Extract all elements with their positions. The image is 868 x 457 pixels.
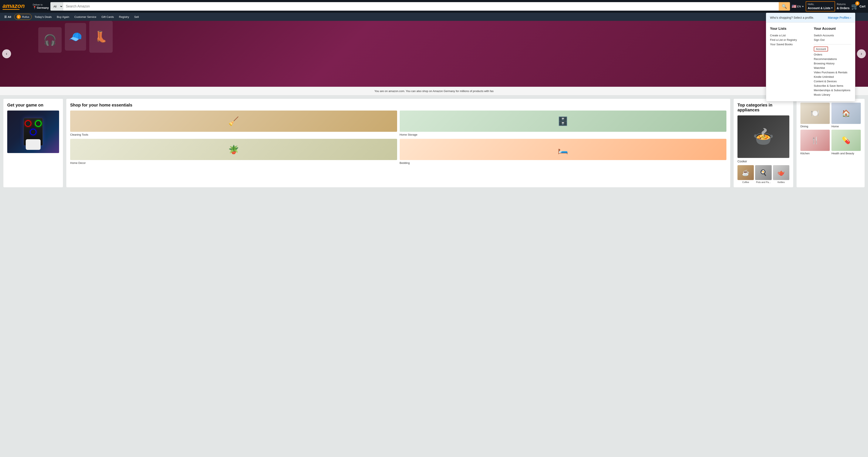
cleaning-tools-item[interactable]: 🧹 Cleaning Tools	[70, 111, 397, 136]
main-content: Get your game on Shop for your home esse…	[0, 95, 868, 191]
notice-text: You are on amazon.com. You can also shop…	[374, 90, 493, 93]
coffee-item[interactable]: ☕ Coffee	[738, 165, 754, 183]
navbar: ☰ All ● Rufus Today's Deals Buy Again Cu…	[0, 13, 868, 21]
health-label: Health and Beauty	[831, 152, 861, 155]
browsing-history-link[interactable]: Browsing History	[814, 61, 851, 66]
cleaning-tools-label: Cleaning Tools	[70, 133, 397, 136]
your-account-column: Your Account Switch Accounts Sign Out Ac…	[814, 27, 851, 97]
account-hello: Hello,	[808, 3, 833, 6]
right-cards: 🍽️ Dining 🏠 Home 🍴 Kitchen 💊 Health and …	[797, 99, 865, 187]
bedding-image: 🛏️	[400, 139, 726, 160]
home2-image: 🏠	[831, 103, 861, 124]
your-lists-title: Your Lists	[770, 27, 807, 31]
kettles-item[interactable]: 🫖 Kettles	[773, 165, 789, 183]
account-main-label: Account & Lists	[808, 6, 831, 10]
nav-buy-again[interactable]: Buy Again	[55, 14, 71, 19]
sign-out-link[interactable]: Sign Out	[814, 38, 851, 42]
watchlist-link[interactable]: Watchlist	[814, 66, 851, 70]
kitchen-item[interactable]: 🍴 Kitchen	[800, 130, 830, 155]
hero-next-button[interactable]: ›	[857, 49, 866, 58]
health-image: 💊	[831, 130, 861, 151]
home2-item[interactable]: 🏠 Home	[831, 103, 861, 128]
manage-profiles-arrow-icon: ›	[850, 16, 851, 19]
logo-underline	[3, 9, 20, 10]
nav-sell[interactable]: Sell	[132, 14, 141, 19]
dining-item[interactable]: 🍽️ Dining	[800, 103, 830, 128]
account-lists-button[interactable]: Hello, Account & Lists ▼	[806, 1, 835, 11]
search-category-select[interactable]: All	[51, 2, 63, 11]
pots-item[interactable]: 🍳 Pots and Pa...	[755, 165, 772, 183]
dropdown-body: Your Lists Create a List Find a List or …	[766, 23, 855, 101]
account-dropdown: Who's shopping? Select a profile. Manage…	[766, 13, 855, 101]
right-grid: 🍽️ Dining 🏠 Home 🍴 Kitchen 💊 Health and …	[800, 103, 861, 155]
hero-prev-button[interactable]: ‹	[2, 49, 11, 58]
bedding-label: Bedding	[400, 161, 726, 164]
nav-registry[interactable]: Registry	[117, 14, 131, 19]
kettles-image: 🫖	[773, 165, 789, 180]
rufus-button[interactable]: ● Rufus	[14, 14, 32, 20]
music-library-link[interactable]: Music Library	[814, 92, 851, 97]
home-storage-item[interactable]: 🗄️ Home Storage	[400, 111, 726, 136]
your-account-title: Your Account	[814, 27, 851, 31]
recommendations-link[interactable]: Recommendations	[814, 57, 851, 61]
home-decor-item[interactable]: 🪴 Home Decor	[70, 139, 397, 164]
flag-icon: 🇺🇸	[792, 4, 796, 9]
top-categories-card: Top categories in appliances 🍲 Cooker ☕ …	[734, 99, 793, 187]
cart-label: Cart	[860, 5, 865, 8]
right-column: 🍽️ Dining 🏠 Home 🍴 Kitchen 💊 Health and …	[797, 99, 865, 187]
returns-orders-button[interactable]: Returns & Orders	[837, 3, 849, 10]
fan3-icon	[30, 129, 36, 135]
orders-link[interactable]: Orders	[814, 52, 851, 57]
nav-today-deals[interactable]: Today's Deals	[33, 14, 54, 19]
language-selector[interactable]: 🇺🇸 EN ▼	[792, 4, 804, 9]
saved-books-link[interactable]: Your Saved Books	[770, 42, 807, 47]
home-decor-label: Home Decor	[70, 161, 397, 164]
find-list-link[interactable]: Find a List or Registry	[770, 38, 807, 42]
manage-profiles-link[interactable]: Manage Profiles ›	[828, 16, 851, 19]
hero-product-boots: 👢	[89, 21, 113, 53]
subscribe-save-link[interactable]: Subscribe & Save Items	[814, 84, 851, 88]
kettles-label: Kettles	[778, 181, 785, 183]
gaming-image[interactable]	[7, 111, 59, 153]
header: amazon Deliver to 📍 Germany All 🔍 🇺🇸 EN …	[0, 0, 868, 13]
cleaning-tools-image: 🧹	[70, 111, 397, 132]
search-input[interactable]	[63, 2, 778, 11]
rufus-icon: ●	[17, 15, 21, 19]
cart-button[interactable]: 🛒 0 Cart	[851, 3, 865, 10]
hero-banner: ‹ 🎧 🧢 👢 New year, now you Shop deals ›	[0, 21, 868, 87]
hero-product-hat: 🧢	[65, 23, 86, 51]
search-button[interactable]: 🔍	[779, 2, 790, 11]
kitchen-label: Kitchen	[800, 152, 830, 155]
coffee-label: Coffee	[742, 181, 749, 183]
hero-background	[0, 21, 868, 87]
switch-accounts-link[interactable]: Switch Accounts	[814, 33, 851, 38]
hamburger-icon: ☰	[4, 15, 7, 19]
deliver-to[interactable]: Deliver to 📍 Germany	[33, 3, 49, 9]
home-essentials-card: Shop for your home essentials 🧹 Cleaning…	[66, 99, 730, 187]
video-purchases-link[interactable]: Video Purchases & Rentals	[814, 70, 851, 74]
top-categories-title: Top categories in appliances	[738, 103, 789, 113]
create-list-link[interactable]: Create a List	[770, 33, 807, 38]
home2-label: Home	[831, 125, 861, 128]
lang-label: EN	[797, 5, 801, 8]
rufus-label: Rufus	[22, 15, 29, 19]
cooker-label: Cooker	[738, 160, 789, 163]
nav-customer-service[interactable]: Customer Service	[72, 14, 98, 19]
kindle-unlimited-link[interactable]: Kindle Unlimited	[814, 74, 851, 79]
nav-all[interactable]: ☰ All	[2, 14, 13, 19]
fan1-icon	[25, 120, 31, 127]
amazon-logo[interactable]: amazon	[3, 3, 30, 10]
nav-gift-cards[interactable]: Gift Cards	[99, 14, 116, 19]
search-bar: All 🔍	[51, 2, 790, 11]
dropdown-header: Who's shopping? Select a profile. Manage…	[766, 13, 855, 23]
memberships-link[interactable]: Memberships & Subscriptions	[814, 88, 851, 92]
fan2-icon	[35, 120, 41, 127]
account-highlighted-link[interactable]: Account	[814, 47, 828, 52]
hero-products: 🎧 🧢 👢	[38, 21, 113, 53]
cooker-image[interactable]: 🍲	[738, 115, 789, 158]
location-icon: 📍	[33, 6, 36, 9]
health-item[interactable]: 💊 Health and Beauty	[831, 130, 861, 155]
bedding-item[interactable]: 🛏️ Bedding	[400, 139, 726, 164]
content-devices-link[interactable]: Content & Devices	[814, 79, 851, 84]
account-chevron-icon: ▼	[831, 7, 833, 9]
